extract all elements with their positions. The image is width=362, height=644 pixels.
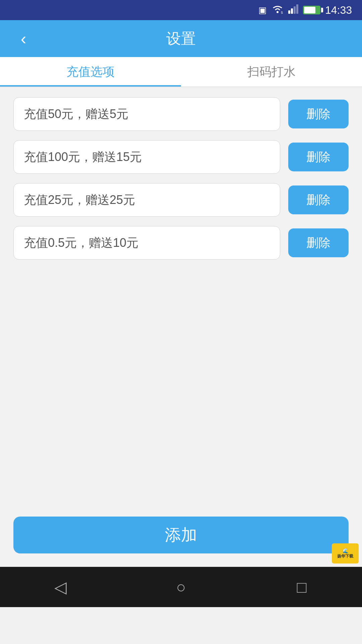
recharge-input-3[interactable]: 充值25元，赠送25元 <box>13 183 280 217</box>
delete-button-1[interactable]: 删除 <box>288 100 349 128</box>
nav-recent-button[interactable]: □ <box>288 574 315 600</box>
wifi-icon: s <box>272 4 284 16</box>
delete-button-2[interactable]: 删除 <box>288 143 349 171</box>
recharge-row-3: 充值25元，赠送25元 删除 <box>13 183 349 217</box>
page-title: 设置 <box>166 29 196 49</box>
svg-rect-2 <box>288 10 290 14</box>
back-button[interactable]: ‹ <box>13 29 34 49</box>
watermark-label: 扬华下载 <box>337 553 353 559</box>
header: ‹ 设置 <box>0 20 362 57</box>
recharge-row-2: 充值100元，赠送15元 删除 <box>13 140 349 174</box>
status-time: 14:33 <box>325 4 352 16</box>
add-button[interactable]: 添加 <box>13 517 349 553</box>
status-bar: ▣ s 14:33 <box>0 0 362 20</box>
vibrate-icon: ▣ <box>258 5 267 15</box>
recharge-row-4: 充值0.5元，赠送10元 删除 <box>13 226 349 260</box>
svg-text:s: s <box>281 10 283 14</box>
signal-icon <box>288 4 298 16</box>
tab-bar: 充值选项 扫码打水 <box>0 57 362 87</box>
svg-rect-4 <box>294 6 296 14</box>
recharge-input-4[interactable]: 充值0.5元，赠送10元 <box>13 226 280 260</box>
battery-icon <box>303 6 320 14</box>
svg-point-0 <box>277 11 279 13</box>
svg-rect-5 <box>296 4 298 14</box>
recharge-input-1[interactable]: 充值50元，赠送5元 <box>13 97 280 131</box>
status-icons: ▣ s 14:33 <box>258 4 352 16</box>
tab-recharge[interactable]: 充值选项 <box>0 57 181 87</box>
watermark: 🌊 扬华下载 <box>332 543 359 564</box>
delete-button-3[interactable]: 删除 <box>288 185 349 214</box>
recharge-row-1: 充值50元，赠送5元 删除 <box>13 97 349 131</box>
recharge-input-2[interactable]: 充值100元，赠送15元 <box>13 140 280 174</box>
tab-scan[interactable]: 扫码打水 <box>181 57 362 87</box>
main-layout: ‹ 设置 充值选项 扫码打水 充值50元，赠送5元 删除 充值100元，赠送15… <box>0 20 362 607</box>
delete-button-4[interactable]: 删除 <box>288 228 349 257</box>
nav-home-button[interactable]: ○ <box>168 574 194 600</box>
svg-rect-3 <box>291 8 293 14</box>
watermark-icon: 🌊 <box>343 548 348 553</box>
nav-back-button[interactable]: ◁ <box>47 574 74 600</box>
nav-bar: ◁ ○ □ <box>0 567 362 607</box>
